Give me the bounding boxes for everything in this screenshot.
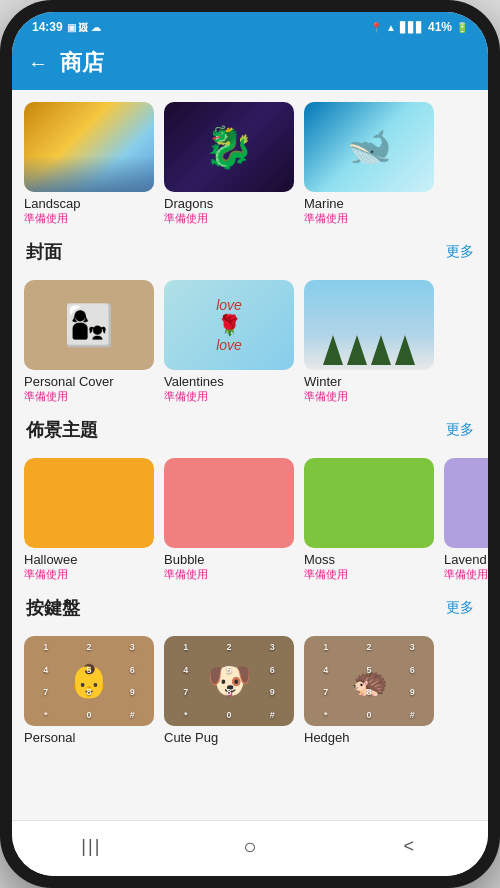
item-status: 準備使用 xyxy=(24,211,68,226)
item-status: 準備使用 xyxy=(24,389,68,404)
status-right: 📍 ▲ ▋▋▋ 41% 🔋 xyxy=(370,20,468,34)
cover-thumbnail-valentines: love 🌹 love xyxy=(164,280,294,370)
home-icon: ○ xyxy=(243,834,256,860)
item-name: Moss xyxy=(304,552,335,567)
back-nav-button[interactable]: < xyxy=(389,831,429,863)
item-name: Winter xyxy=(304,374,342,389)
bg-thumbnail-halloween xyxy=(24,458,154,548)
list-item[interactable]: 👶 123 456 789 *0# Personal xyxy=(24,636,154,745)
theme-thumbnail-dragon: 🐉 xyxy=(164,102,294,192)
bg-theme-section: Hallowee 準備使用 Bubble 準備使用 Moss 準備使用 xyxy=(12,446,488,586)
item-status: 準備使用 xyxy=(304,211,348,226)
keyboard-thumbnail-cute-pug: 🐶 123 456 789 *0# xyxy=(164,636,294,726)
back-button[interactable]: ← xyxy=(28,52,48,75)
bg-section-title: 佈景主題 xyxy=(26,418,98,442)
menu-nav-button[interactable]: ||| xyxy=(71,831,111,863)
bg-thumbnail-lavender xyxy=(444,458,488,548)
keyboard-section-header: 按鍵盤 更多 xyxy=(12,586,488,624)
item-name: Personal Cover xyxy=(24,374,114,389)
app-header: ← 商店 xyxy=(12,40,488,90)
phone-screen: 14:39 ▣ 🖼 ☁ 📍 ▲ ▋▋▋ 41% 🔋 ← 商店 xyxy=(12,12,488,876)
theme-thumbnail-landscape xyxy=(24,102,154,192)
themes-section: Landscap 準備使用 🐉 Dragons 準備使用 🐋 Marine 準備… xyxy=(12,90,488,230)
bg-thumbnail-moss xyxy=(304,458,434,548)
list-item[interactable]: Bubble 準備使用 xyxy=(164,458,294,582)
battery-icon: 🔋 xyxy=(456,22,468,33)
item-name: Valentines xyxy=(164,374,224,389)
status-bar: 14:39 ▣ 🖼 ☁ 📍 ▲ ▋▋▋ 41% 🔋 xyxy=(12,12,488,40)
wifi-icon: ▲ xyxy=(386,22,396,33)
bottom-navigation: ||| ○ < xyxy=(12,820,488,876)
list-item[interactable]: 🦔 123 456 789 *0# Hedgeh xyxy=(304,636,434,745)
status-left: 14:39 ▣ 🖼 ☁ xyxy=(32,20,101,34)
cover-thumbnail-personal xyxy=(24,280,154,370)
item-name: Bubble xyxy=(164,552,204,567)
list-item[interactable]: 🐶 123 456 789 *0# Cute Pug xyxy=(164,636,294,745)
keyboard-thumbnail-personal: 👶 123 456 789 *0# xyxy=(24,636,154,726)
item-name: Cute Pug xyxy=(164,730,218,745)
list-item[interactable]: Lavend 準備使用 xyxy=(444,458,488,582)
cover-thumbnail-winter xyxy=(304,280,434,370)
keyboard-section: 👶 123 456 789 *0# Personal xyxy=(12,624,488,749)
item-status: 準備使用 xyxy=(444,567,488,582)
theme-thumbnail-marine: 🐋 xyxy=(304,102,434,192)
phone-frame: 14:39 ▣ 🖼 ☁ 📍 ▲ ▋▋▋ 41% 🔋 ← 商店 xyxy=(0,0,500,888)
item-name: Marine xyxy=(304,196,344,211)
item-name: Personal xyxy=(24,730,75,745)
item-name: Landscap xyxy=(24,196,80,211)
cover-section: Personal Cover 準備使用 love 🌹 love Valentin… xyxy=(12,268,488,408)
item-name: Lavend xyxy=(444,552,487,567)
item-status: 準備使用 xyxy=(164,211,208,226)
list-item[interactable]: Winter 準備使用 xyxy=(304,280,434,404)
item-status: 準備使用 xyxy=(164,567,208,582)
list-item[interactable]: 🐉 Dragons 準備使用 xyxy=(164,102,294,226)
item-status: 準備使用 xyxy=(304,389,348,404)
cover-section-header: 封面 更多 xyxy=(12,230,488,268)
list-item[interactable]: 🐋 Marine 準備使用 xyxy=(304,102,434,226)
item-name: Hedgeh xyxy=(304,730,350,745)
main-content: Landscap 準備使用 🐉 Dragons 準備使用 🐋 Marine 準備… xyxy=(12,90,488,820)
battery-display: 41% xyxy=(428,20,452,34)
home-nav-button[interactable]: ○ xyxy=(230,831,270,863)
item-status: 準備使用 xyxy=(164,389,208,404)
signal-icon: ▋▋▋ xyxy=(400,22,424,33)
item-status: 準備使用 xyxy=(24,567,68,582)
item-name: Dragons xyxy=(164,196,213,211)
list-item[interactable]: Moss 準備使用 xyxy=(304,458,434,582)
keyboard-more-button[interactable]: 更多 xyxy=(446,599,474,617)
list-item[interactable]: Landscap 準備使用 xyxy=(24,102,154,226)
bg-more-button[interactable]: 更多 xyxy=(446,421,474,439)
back-icon: < xyxy=(403,836,414,857)
keyboard-section-title: 按鍵盤 xyxy=(26,596,80,620)
list-item[interactable]: love 🌹 love Valentines 準備使用 xyxy=(164,280,294,404)
cover-more-button[interactable]: 更多 xyxy=(446,243,474,261)
item-name: Hallowee xyxy=(24,552,77,567)
list-item[interactable]: Hallowee 準備使用 xyxy=(24,458,154,582)
bg-thumbnail-bubble xyxy=(164,458,294,548)
keyboard-thumbnail-hedgehog: 🦔 123 456 789 *0# xyxy=(304,636,434,726)
cover-section-title: 封面 xyxy=(26,240,62,264)
list-item[interactable]: Personal Cover 準備使用 xyxy=(24,280,154,404)
page-title: 商店 xyxy=(60,48,104,78)
time-display: 14:39 xyxy=(32,20,63,34)
item-status: 準備使用 xyxy=(304,567,348,582)
notification-icons: ▣ 🖼 ☁ xyxy=(67,22,102,33)
location-icon: 📍 xyxy=(370,22,382,33)
bg-section-header: 佈景主題 更多 xyxy=(12,408,488,446)
menu-icon: ||| xyxy=(81,836,101,857)
